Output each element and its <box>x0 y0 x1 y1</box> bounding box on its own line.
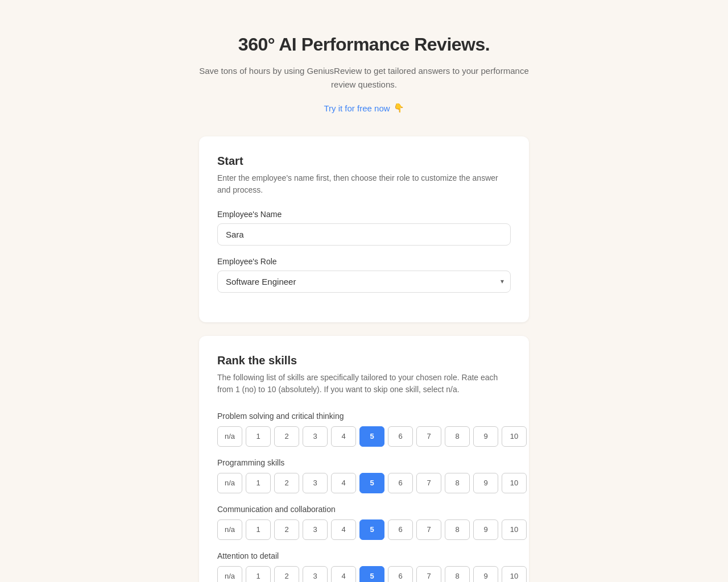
skills-card-description: The following list of skills are specifi… <box>217 372 511 396</box>
employee-name-field-group: Employee's Name <box>217 210 511 246</box>
employee-role-field-group: Employee's Role Software Engineer Produc… <box>217 257 511 293</box>
rating-button[interactable]: 3 <box>303 473 328 493</box>
rating-button[interactable]: 1 <box>246 426 271 447</box>
hero-title: 360° AI Performance Reviews. <box>199 34 529 55</box>
rating-button[interactable]: 4 <box>331 519 356 540</box>
start-card: Start Enter the employee's name first, t… <box>199 136 529 322</box>
try-link-text: Try it for free now <box>324 103 390 113</box>
rating-button[interactable]: n/a <box>217 473 242 493</box>
rating-button[interactable]: 2 <box>274 426 299 447</box>
rating-button[interactable]: 5 <box>359 473 384 493</box>
skills-card-title: Rank the skills <box>217 354 511 367</box>
rating-button[interactable]: 2 <box>274 566 299 583</box>
role-select-wrapper: Software Engineer Product Manager Design… <box>217 271 511 293</box>
rating-button[interactable]: 1 <box>246 473 271 493</box>
hero-subtitle: Save tons of hours by using GeniusReview… <box>199 64 529 92</box>
rating-button[interactable]: 6 <box>388 473 413 493</box>
rating-button[interactable]: 9 <box>473 566 498 583</box>
rating-button[interactable]: 1 <box>246 566 271 583</box>
rating-button[interactable]: 4 <box>331 473 356 493</box>
try-link-emoji: 👇 <box>394 103 404 113</box>
rating-button[interactable]: 3 <box>303 519 328 540</box>
rating-button[interactable]: 2 <box>274 519 299 540</box>
rating-button[interactable]: n/a <box>217 426 242 447</box>
rating-buttons: n/a12345678910 <box>217 426 511 447</box>
skill-row: Communication and collaborationn/a123456… <box>217 505 511 540</box>
skills-container: Problem solving and critical thinkingn/a… <box>217 411 511 583</box>
employee-name-input[interactable] <box>217 223 511 246</box>
skill-row: Programming skillsn/a12345678910 <box>217 458 511 493</box>
rating-button[interactable]: 10 <box>502 473 527 493</box>
rating-button[interactable]: 8 <box>445 566 470 583</box>
rating-button[interactable]: 10 <box>502 566 527 583</box>
rating-button[interactable]: 1 <box>246 519 271 540</box>
try-free-link[interactable]: Try it for free now 👇 <box>324 103 404 113</box>
skill-label: Problem solving and critical thinking <box>217 411 511 421</box>
rating-button[interactable]: n/a <box>217 519 242 540</box>
rating-button[interactable]: 4 <box>331 426 356 447</box>
rating-button[interactable]: 8 <box>445 519 470 540</box>
rating-button[interactable]: n/a <box>217 566 242 583</box>
employee-name-label: Employee's Name <box>217 210 511 219</box>
rating-buttons: n/a12345678910 <box>217 473 511 493</box>
rating-button[interactable]: 6 <box>388 426 413 447</box>
skill-label: Communication and collaboration <box>217 505 511 514</box>
rating-button[interactable]: 5 <box>359 519 384 540</box>
employee-role-select[interactable]: Software Engineer Product Manager Design… <box>217 271 511 293</box>
skill-row: Problem solving and critical thinkingn/a… <box>217 411 511 447</box>
skill-row: Attention to detailn/a12345678910 <box>217 551 511 583</box>
rating-button[interactable]: 3 <box>303 566 328 583</box>
rating-button[interactable]: 6 <box>388 519 413 540</box>
rating-buttons: n/a12345678910 <box>217 519 511 540</box>
rating-button[interactable]: 7 <box>416 519 441 540</box>
skills-card: Rank the skills The following list of sk… <box>199 336 529 583</box>
rating-button[interactable]: 8 <box>445 426 470 447</box>
rating-buttons: n/a12345678910 <box>217 566 511 583</box>
employee-role-label: Employee's Role <box>217 257 511 266</box>
hero-section: 360° AI Performance Reviews. Save tons o… <box>199 34 529 114</box>
rating-button[interactable]: 9 <box>473 473 498 493</box>
start-card-title: Start <box>217 155 511 168</box>
rating-button[interactable]: 8 <box>445 473 470 493</box>
start-card-description: Enter the employee's name first, then ch… <box>217 172 511 196</box>
rating-button[interactable]: 7 <box>416 566 441 583</box>
rating-button[interactable]: 10 <box>502 426 527 447</box>
rating-button[interactable]: 7 <box>416 426 441 447</box>
rating-button[interactable]: 9 <box>473 426 498 447</box>
skill-label: Attention to detail <box>217 551 511 560</box>
rating-button[interactable]: 3 <box>303 426 328 447</box>
rating-button[interactable]: 2 <box>274 473 299 493</box>
rating-button[interactable]: 5 <box>359 426 384 447</box>
rating-button[interactable]: 9 <box>473 519 498 540</box>
rating-button[interactable]: 4 <box>331 566 356 583</box>
rating-button[interactable]: 10 <box>502 519 527 540</box>
skill-label: Programming skills <box>217 458 511 467</box>
rating-button[interactable]: 6 <box>388 566 413 583</box>
rating-button[interactable]: 7 <box>416 473 441 493</box>
rating-button[interactable]: 5 <box>359 566 384 583</box>
